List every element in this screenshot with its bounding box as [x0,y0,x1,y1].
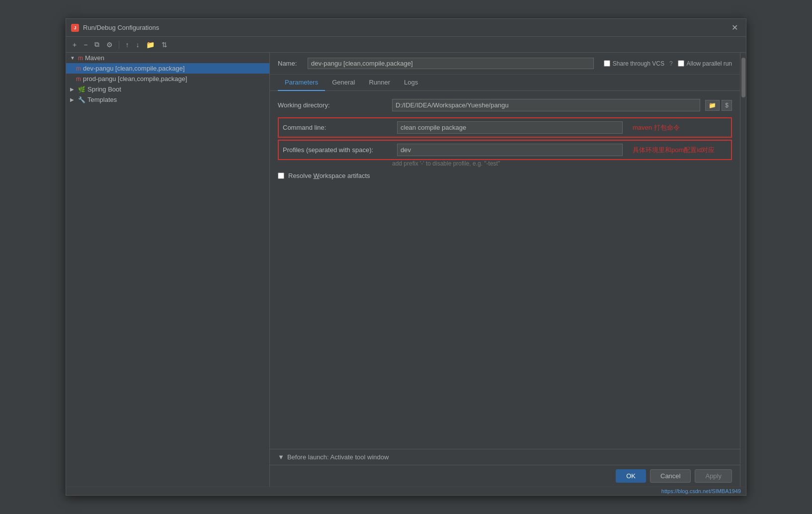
profiles-label: Profiles (separated with space): [283,146,392,154]
profiles-input[interactable] [397,144,623,156]
tab-logs[interactable]: Logs [397,75,425,91]
config-tree: ▼ m Maven m dev-pangu [clean,compile,pac… [66,53,270,487]
footer-buttons: OK Cancel Apply [270,465,740,487]
profiles-row: Profiles (separated with space): 具体环境里和p… [278,140,732,160]
browse-button[interactable]: 📁 [705,100,720,111]
run-debug-dialog: J Run/Debug Configurations ✕ + − ⧉ ⚙ ↑ ↓… [66,18,746,496]
tab-general[interactable]: General [325,75,362,91]
resolve-row: Resolve Workspace artifacts [278,172,732,179]
name-input[interactable] [308,58,594,69]
profiles-hint: add prefix '-' to disable profile, e.g. … [278,160,732,167]
working-dir-input[interactable] [392,99,700,111]
resolve-checkbox[interactable] [278,172,284,179]
tab-runner[interactable]: Runner [362,75,397,91]
tree-templates[interactable]: ▶ 🔧 Templates [66,94,269,105]
status-url: https://blog.csdn.net/SIMBA1949 [661,488,741,494]
command-annotation: maven 打包命令 [628,123,727,132]
folder-button[interactable]: 📁 [144,39,157,50]
cancel-button[interactable]: Cancel [650,469,691,483]
before-launch-section: ▼ Before launch: Activate tool window [270,449,740,465]
share-vcs-checkbox[interactable] [604,60,610,67]
before-launch-label: Before launch: Activate tool window [287,453,389,461]
add-button[interactable]: + [70,39,79,50]
tree-prod-pangu[interactable]: m prod-pangu [clean,compile,package] [66,74,269,84]
help-icon[interactable]: ? [669,60,673,67]
maven-arrow: ▼ [70,55,76,61]
before-launch-header[interactable]: ▼ Before launch: Activate tool window [278,453,732,461]
tree-dev-pangu[interactable]: m dev-pangu [clean,compile,package] [66,63,269,74]
prod-pangu-label: prod-pangu [clean,compile,package] [83,75,187,83]
move-up-button[interactable]: ↑ [123,39,131,50]
resolve-underline: W [314,172,320,179]
apply-button[interactable]: Apply [695,469,732,483]
command-line-input[interactable] [397,121,623,134]
close-button[interactable]: ✕ [729,22,741,33]
parallel-run-label: Allow parallel run [687,60,732,67]
copy-button[interactable]: ⧉ [92,39,102,50]
profiles-annotation: 具体环境里和pom配置id对应 [628,146,727,155]
maven-prod-icon: m [76,76,81,83]
resolve-label: Resolve Workspace artifacts [288,172,398,179]
working-dir-label: Working directory: [278,101,387,109]
macro-button[interactable]: $ [722,100,732,111]
spring-arrow: ▶ [70,86,76,92]
ok-button[interactable]: OK [616,469,646,483]
settings-button[interactable]: ⚙ [104,39,115,50]
sort-button[interactable]: ⇅ [159,39,170,50]
working-dir-row: Working directory: 📁 $ [278,99,732,111]
command-line-label: Command line: [283,124,392,131]
dir-action-buttons: 📁 $ [705,100,732,111]
app-icon: J [71,24,79,32]
templates-arrow: ▶ [70,97,76,102]
share-vcs-label: Share through VCS [613,60,664,67]
move-down-button[interactable]: ↓ [133,39,142,50]
vcs-options: Share through VCS ? Allow parallel run [604,60,732,67]
status-bar: https://blog.csdn.net/SIMBA1949 [66,487,746,495]
maven-label: Maven [85,54,104,62]
scrollbar[interactable] [740,53,746,487]
spring-boot-label: Spring Boot [87,86,121,93]
title-bar: J Run/Debug Configurations ✕ [66,19,746,37]
maven-icon: m [78,55,83,62]
parallel-run-checkbox[interactable] [678,60,684,67]
remove-button[interactable]: − [81,39,90,50]
before-launch-arrow: ▼ [278,453,284,461]
name-row: Name: Share through VCS ? Allow parallel… [270,53,740,75]
maven-dev-icon: m [76,65,81,72]
config-details: Name: Share through VCS ? Allow parallel… [270,53,740,487]
toolbar: + − ⧉ ⚙ ↑ ↓ 📁 ⇅ [66,37,746,53]
scrollbar-thumb [741,58,745,97]
tree-maven-group[interactable]: ▼ m Maven [66,53,269,63]
resolve-rest: orkspace artifacts [320,172,370,179]
templates-label: Templates [87,96,117,103]
tree-spring-boot[interactable]: ▶ 🌿 Spring Boot [66,84,269,94]
resolve-text: Resolve [288,172,314,179]
share-vcs-wrapper: Share through VCS [604,60,664,67]
tab-parameters-content: Working directory: 📁 $ Command line: mav… [270,91,740,449]
command-line-row: Command line: maven 打包命令 [278,117,732,138]
template-icon: 🔧 [78,96,85,103]
name-field-label: Name: [278,60,303,67]
spring-icon: 🌿 [78,86,85,93]
parallel-run-wrapper: Allow parallel run [678,60,732,67]
dev-pangu-label: dev-pangu [clean,compile,package] [83,65,185,72]
tab-parameters[interactable]: Parameters [278,75,325,91]
dialog-title: Run/Debug Configurations [83,24,159,31]
tab-bar: Parameters General Runner Logs [270,75,740,91]
